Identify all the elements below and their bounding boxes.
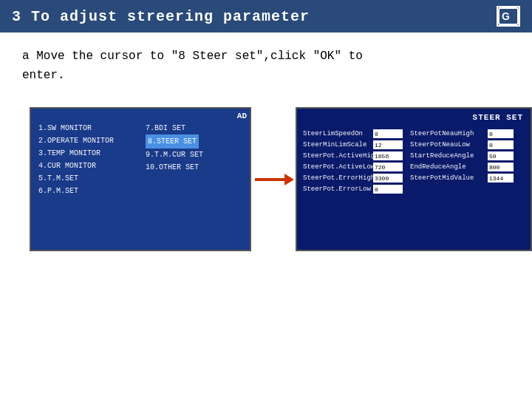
param-label-4: SteerPot.ActiveLow — [303, 163, 373, 171]
left-screen-ad-label: AD — [237, 112, 247, 120]
param-label-r-2: SteerPotNeauLow — [410, 141, 488, 149]
content-area: a Move the cursor to "8 Steer set",click… — [0, 33, 532, 266]
param-value-r-4: 800 — [488, 163, 514, 171]
arrow-icon — [253, 171, 294, 188]
description-text: a Move the cursor to "8 Steer set",click… — [22, 47, 510, 85]
page-title: 3 To adjust streering parameter — [12, 8, 310, 25]
param-label-6: SteerPot.ErrorLow — [303, 185, 373, 193]
param-label-r-1: SteerPotNeauHigh — [410, 130, 488, 137]
svg-text:G: G — [502, 10, 510, 22]
arrow-container — [251, 171, 296, 188]
menu-item-7: 7.BDI SET — [146, 122, 203, 134]
logo-icon: G — [497, 6, 520, 27]
left-menu: 1.SW MONITOR 2.OPERATE MONITOR 3.TEMP MO… — [38, 122, 114, 197]
right-screen-title: STEER SET — [473, 113, 523, 122]
menu-item-9: 9.T.M.CUR SET — [146, 149, 203, 161]
param-row-4: SteerPot.ActiveLow 720 EndReduceAngle 80… — [303, 163, 525, 171]
menu-item-2: 2.OPERATE MONITOR — [38, 134, 114, 147]
page-header: 3 To adjust streering parameter G — [0, 0, 532, 33]
param-value-r-2: 0 — [488, 140, 514, 149]
param-label-2: SteerMinLimScale — [303, 141, 373, 149]
menu-item-6: 6.P.M.SET — [38, 185, 114, 197]
param-value-6: 0 — [373, 185, 403, 194]
description-line1: a Move the cursor to "8 Steer set",click… — [22, 50, 363, 63]
param-row-5: SteerPot.ErrorHigh 3300 SteerPotMidValue… — [303, 174, 525, 183]
images-container: AD 1.SW MONITOR 2.OPERATE MONITOR 3.TEMP… — [22, 107, 510, 251]
param-value-r-5: 1344 — [488, 174, 514, 183]
menu-item-8: 8.STEER SET — [146, 134, 203, 149]
svg-marker-3 — [284, 174, 294, 185]
menu-item-5: 5.T.M.SET — [38, 172, 114, 185]
menu-item-10: 10.OTHER SET — [146, 161, 203, 174]
param-label-r-4: EndReduceAngle — [410, 163, 488, 171]
param-value-r-1: 0 — [488, 129, 514, 138]
menu-item-1: 1.SW MONITOR — [38, 122, 114, 134]
param-label-3: SteerPot.ActiveHigh — [303, 152, 373, 160]
param-value-4: 720 — [373, 163, 403, 171]
left-screen: AD 1.SW MONITOR 2.OPERATE MONITOR 3.TEMP… — [30, 107, 251, 251]
param-label-5: SteerPot.ErrorHigh — [303, 174, 373, 182]
menu-item-3: 3.TEMP MONITOR — [38, 147, 114, 160]
param-label-r-3: StartReduceAngle — [410, 152, 488, 160]
param-value-5: 3300 — [373, 174, 403, 183]
param-value-1: 0 — [373, 129, 403, 138]
left-menu-right: 7.BDI SET 8.STEER SET 9.T.M.CUR SET 10.O… — [146, 122, 203, 174]
param-row-2: SteerMinLimScale 12 SteerPotNeauLow 0 — [303, 140, 525, 149]
param-row-1: SteerLimSpeedOn 0 SteerPotNeauHigh 0 — [303, 129, 525, 138]
param-value-3: 1856 — [373, 151, 403, 160]
param-value-2: 12 — [373, 140, 403, 149]
param-label-1: SteerLimSpeedOn — [303, 130, 373, 137]
param-row-3: SteerPot.ActiveHigh 1856 StartReduceAngl… — [303, 151, 525, 160]
param-label-r-5: SteerPotMidValue — [410, 174, 488, 182]
right-screen: STEER SET SteerLimSpeedOn 0 SteerPotNeau… — [296, 107, 532, 251]
param-value-r-3: 50 — [488, 151, 514, 160]
menu-item-4: 4.CUR MONITOR — [38, 160, 114, 172]
param-row-6: SteerPot.ErrorLow 0 — [303, 185, 525, 194]
description-line2: enter. — [22, 69, 65, 82]
right-params: SteerLimSpeedOn 0 SteerPotNeauHigh 0 Ste… — [303, 129, 525, 196]
